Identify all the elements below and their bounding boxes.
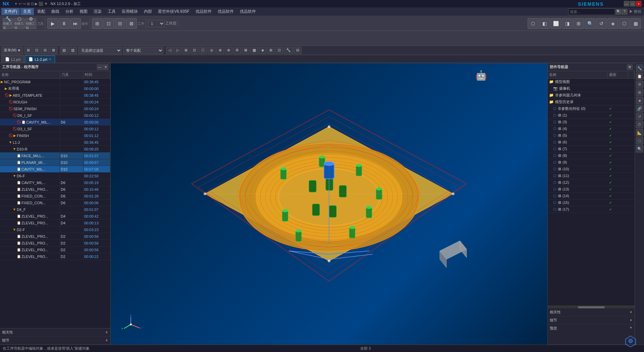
help-button[interactable]: ? <box>622 9 627 14</box>
menu-curve[interactable]: 曲线 <box>49 8 62 15</box>
list-item[interactable]: ⬡ 体 (11) ✓ <box>548 173 635 179</box>
create-operation-button[interactable]: ⚙ 创建工程 <box>25 18 36 29</box>
table-row[interactable]: 📋 FIXED_CON... D6 00:00:06 <box>0 200 110 206</box>
table-row[interactable]: 🚫 📋 CAVITY_MIL... D6 00:00:00 <box>0 119 110 126</box>
small-btn-1[interactable]: ⊞ <box>24 47 32 54</box>
menu-apps[interactable]: 应用模块 <box>119 8 141 15</box>
table-row[interactable]: 📋 CAVITY_MIL... D10 00:07:08 <box>0 166 110 173</box>
right-preview-section[interactable]: 预览 ▼ <box>548 324 635 345</box>
table-row[interactable]: 🚫 D3_I_SF 00:00:12 <box>0 126 110 132</box>
filter-dropdown[interactable]: 无选择过滤器 <box>78 47 122 54</box>
m-btn-1[interactable]: ▤ <box>60 47 68 54</box>
list-item[interactable]: 📁 非参间题几何体 <box>548 92 635 99</box>
seq-btn-3[interactable]: ⊟ <box>115 18 125 29</box>
list-item[interactable]: ⬡ 体 (5) ✓ <box>548 132 635 139</box>
list-item[interactable]: ⬡ 体 (3) ✓ <box>548 119 635 126</box>
view-section-button[interactable]: ▦ <box>630 18 641 29</box>
menu-home[interactable]: 主页 <box>20 8 34 15</box>
list-item[interactable]: ⬡ 体 (15) ✓ <box>548 200 635 206</box>
list-item[interactable]: ⬡ 体 (12) ✓ <box>548 179 635 186</box>
left-panel-close-btn[interactable]: ✕ <box>103 64 108 70</box>
viewport[interactable]: X Y Z 🤖 <box>111 63 547 345</box>
seq-btn-2[interactable]: ⊡ <box>103 18 114 29</box>
menu-premium2[interactable]: 优品软件 <box>215 8 236 15</box>
table-row[interactable]: 🚫 ▶ FINISH 00:01:12 <box>0 132 110 139</box>
right-details-section[interactable]: 细节 ▼ <box>548 316 635 324</box>
list-item[interactable]: ⬡ 体 (14) ✓ <box>548 193 635 200</box>
view-top-button[interactable]: ⬜ <box>550 18 561 29</box>
menu-assembly[interactable]: 装配 <box>35 8 48 15</box>
rs-btn-9[interactable]: ⚙ <box>233 47 241 54</box>
view-right-button[interactable]: ◨ <box>562 18 573 29</box>
titlebar-right[interactable]: — □ ✕ <box>624 1 641 6</box>
list-item[interactable]: ⬡ 体 (17) ✓ <box>548 206 635 213</box>
ri-btn-8[interactable]: ⏱ <box>636 121 643 128</box>
table-row[interactable]: 🚫 ▶ ABS_ITEMPLATE 00:38:45 <box>0 92 110 99</box>
list-item[interactable]: 📁 模型视图 <box>548 79 635 85</box>
tab-l1[interactable]: 📄 L1.prt <box>1 55 24 63</box>
rs-btn-16[interactable]: ⊟ <box>294 47 302 54</box>
ri-btn-2[interactable]: 📋 <box>636 73 643 80</box>
rs-btn-4[interactable]: ⊡ <box>191 47 198 54</box>
small-btn-2[interactable]: ⊡ <box>33 47 41 54</box>
table-row[interactable]: ▶ 未用项 00:00:00 <box>0 85 110 92</box>
ri-btn-7[interactable]: ↺ <box>636 113 643 120</box>
rs-btn-10[interactable]: ⊠ <box>242 47 250 54</box>
rs-btn-7[interactable]: ⊕ <box>216 47 224 54</box>
table-row[interactable]: ▼ D2-F 00:03:23 <box>0 226 110 233</box>
ri-btn-5[interactable]: ◈ <box>636 97 643 104</box>
right-related-section[interactable]: 相关性 ▼ <box>548 308 635 316</box>
scrollbar-thumb[interactable] <box>578 306 605 308</box>
list-item[interactable]: ⬡ 体 (9) ✓ <box>548 159 635 166</box>
list-item[interactable]: 📁 模型历史录 <box>548 99 635 105</box>
list-item[interactable]: ⬡ 体 (4) ✓ <box>548 126 635 132</box>
rs-btn-11[interactable]: ▦ <box>250 47 258 54</box>
list-item[interactable]: ⬡ 体 (10) ✓ <box>548 166 635 173</box>
table-row[interactable]: 📋 ZLEVEL_PRO... D2 00:00:56 <box>0 240 110 247</box>
table-row[interactable]: 🚫 ROUGH 00:00:24 <box>0 99 110 105</box>
seq-btn-4[interactable]: ⊠ <box>126 18 137 29</box>
ri-btn-10[interactable]: ⬡ <box>636 137 643 144</box>
ri-btn-11[interactable]: 🔍 <box>636 145 643 152</box>
table-row[interactable]: 📋 ZLEVEL_PRO... D2 00:00:56 <box>0 247 110 253</box>
table-row[interactable]: ▼ D10-R 00:09:25 <box>0 146 110 152</box>
table-row[interactable]: 📋 ZLEVEL_PRO... D4 00:00:42 <box>0 213 110 220</box>
table-row[interactable]: ▼ L1-2 00:36:45 <box>0 139 110 146</box>
layer-select[interactable]: 1 <box>148 20 165 27</box>
menu-btn[interactable]: 菜单(M) ▼ <box>1 47 23 54</box>
table-row[interactable]: 📋 ZLEVEL_PRO... D6 00:15:46 <box>0 186 110 193</box>
table-row[interactable]: 📋 ZLEVEL_PRO... D4 00:00:13 <box>0 220 110 226</box>
view-wire-button[interactable]: ⬡ <box>619 18 630 29</box>
table-row[interactable]: 🚫 D6_I_SF 00:00:12 <box>0 112 110 119</box>
rs-btn-8[interactable]: ⊗ <box>225 47 232 54</box>
table-row[interactable]: 📋 CAVITY_MIL... D6 00:05:19 <box>0 179 110 186</box>
view-zoom-button[interactable]: 🔍 <box>585 18 595 29</box>
table-row[interactable]: ▼ D6-F 00:22:50 <box>0 173 110 179</box>
table-row[interactable]: ▼ D4_F 00:01:07 <box>0 206 110 213</box>
rs-btn-5[interactable]: ⬡ <box>199 47 207 54</box>
table-row[interactable]: ▶ NC_PROGRAM 00:38:45 <box>0 79 110 85</box>
left-details-section[interactable]: 细节 ▼ <box>0 337 110 345</box>
search-input[interactable] <box>568 8 615 15</box>
menu-tools[interactable]: 工具 <box>105 8 118 15</box>
ri-btn-3[interactable]: ⚙ <box>636 81 643 88</box>
menu-view[interactable]: 视图 <box>77 8 90 15</box>
small-btn-3[interactable]: ⊟ <box>41 47 49 54</box>
ri-btn-6[interactable]: 🔗 <box>636 105 643 112</box>
list-item[interactable]: ⬡ 体 (8) ✓ <box>548 152 635 159</box>
list-item[interactable]: ⬡ 非参数化特征 (0) ✓ <box>548 105 635 112</box>
menu-render[interactable]: 渲染 <box>91 8 104 15</box>
ri-btn-9[interactable]: 📐 <box>636 129 643 136</box>
left-panel-min-btn[interactable]: — <box>97 64 102 70</box>
view-rotate-button[interactable]: ↺ <box>596 18 607 29</box>
menu-premium3[interactable]: 优品软件 <box>237 8 259 15</box>
small-btn-4[interactable]: ⊠ <box>50 47 57 54</box>
table-row[interactable]: 📋 PLANAR_MI... D10 00:00:57 <box>0 159 110 166</box>
assembly-dropdown[interactable]: 整个装配 <box>123 47 163 54</box>
restore-button[interactable]: □ <box>630 1 635 6</box>
op-btn-3[interactable]: ⏭ <box>70 18 81 29</box>
table-row[interactable]: 🚫 SEMI_FINISH 00:00:24 <box>0 105 110 112</box>
close-button[interactable]: ✕ <box>636 1 641 6</box>
menu-premium1[interactable]: 优品软件 <box>193 8 214 15</box>
menu-analyze[interactable]: 分析 <box>63 8 76 15</box>
